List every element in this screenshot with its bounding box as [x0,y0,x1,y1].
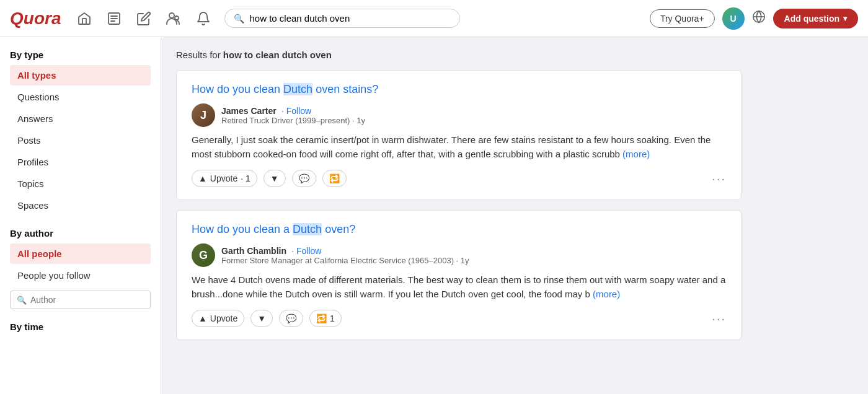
sidebar-item-all-people[interactable]: All people [10,243,151,264]
sidebar-item-answers[interactable]: Answers [10,108,151,129]
share-count-2: 1 [330,313,335,323]
sidebar-item-profiles[interactable]: Profiles [10,152,151,172]
author-avatar-2: G [192,243,215,267]
author-search-icon: 🔍 [17,296,27,305]
bell-icon[interactable] [195,10,212,27]
search-bar[interactable]: 🔍 [224,9,460,28]
author-follow-1[interactable]: · Follow [281,106,311,116]
author-avatar-1: J [192,103,215,127]
comment-icon-2: 💬 [286,313,296,323]
by-author-heading: By author [10,228,151,239]
add-question-button[interactable]: Add question ▾ [773,9,858,28]
upvote-icon-2: ▲ [198,313,207,323]
upvote-label-1: Upvote [210,173,237,183]
results-query: how to clean dutch oven [223,50,332,60]
share-icon-1: 🔁 [329,173,340,183]
downvote-icon-2: ▼ [257,313,266,323]
add-question-label: Add question [784,14,839,24]
sidebar-item-people-you-follow[interactable]: People you follow [10,265,151,286]
result-link-2[interactable]: How do you clean a Dutch oven? [192,223,355,235]
result-actions-2: ▲ Upvote ▼ 💬 🔁 1 ··· [192,310,726,327]
more-options-button-1[interactable]: ··· [712,172,726,186]
downvote-button-1[interactable]: ▼ [264,170,286,187]
edit-icon[interactable] [135,10,153,27]
avatar[interactable]: U [722,7,745,30]
by-time-heading: By time [10,322,151,332]
more-options-button-2[interactable]: ··· [712,312,726,326]
author-name-row-2: Garth Chamblin · Follow [221,245,469,256]
author-row-2: G Garth Chamblin · Follow Former Store M… [192,243,726,267]
sidebar-item-all-types[interactable]: All types [10,65,151,85]
highlight-clean: to clean [466,274,498,285]
nav-icons [76,10,212,27]
author-row-1: J James Carter · Follow Retired Truck Dr… [192,103,726,127]
comment-button-1[interactable]: 💬 [292,170,316,187]
comment-icon-1: 💬 [299,173,309,183]
downvote-icon-1: ▼ [270,173,279,183]
highlight-dutch-2: Dutch [293,223,322,235]
result-card-1: How do you clean Dutch oven stains? J Ja… [176,70,742,200]
author-info-2: Garth Chamblin · Follow Former Store Man… [221,245,469,265]
upvote-label-2: Upvote [210,313,237,323]
result-card-2: How do you clean a Dutch oven? G Garth C… [176,210,742,340]
share-button-1[interactable]: 🔁 [322,170,347,187]
upvote-button-1[interactable]: ▲ Upvote · 1 [192,170,257,187]
try-quora-button[interactable]: Try Quora+ [650,9,715,28]
chevron-down-icon: ▾ [843,14,847,23]
highlight-dutch-text-3: Dutch oven [441,289,489,299]
by-type-heading: By type [10,50,151,60]
home-icon[interactable] [76,10,93,27]
sidebar-item-posts[interactable]: Posts [10,130,151,151]
author-name-row-1: James Carter · Follow [221,105,365,116]
header-right: Try Quora+ U Add question ▾ [650,7,858,30]
result-text-1: Generally, I just soak the ceramic inser… [192,133,726,161]
header: Quora 🔍 Try Quora+ U Add question ▾ [0,0,868,37]
logo[interactable]: Quora [10,9,61,28]
spaces-icon[interactable] [165,10,182,27]
result-title-1: How do you clean Dutch oven stains? [192,83,726,96]
share-icon-2: 🔁 [316,313,327,323]
sidebar: By type All types Questions Answers Post… [0,37,161,394]
result-link-1[interactable]: How do you clean Dutch oven stains? [192,83,378,95]
search-input[interactable] [249,13,451,24]
author-search-input[interactable] [30,295,144,305]
comment-button-2[interactable]: 💬 [279,310,303,327]
svg-point-5 [175,16,179,20]
highlight-dutch-text-2: Dutch oven [285,289,332,299]
content: Results for how to clean dutch oven How … [161,37,756,394]
author-search-box[interactable]: 🔍 [10,291,151,309]
sidebar-item-topics[interactable]: Topics [10,173,151,194]
main-layout: By type All types Questions Answers Post… [0,37,868,394]
svg-point-4 [169,13,174,18]
author-info-1: James Carter · Follow Retired Truck Driv… [221,105,365,125]
upvote-button-2[interactable]: ▲ Upvote [192,310,244,327]
highlight-dutch-1: Dutch [283,83,312,95]
author-follow-2[interactable]: · Follow [291,246,321,256]
downvote-button-2[interactable]: ▼ [250,310,273,327]
result-title-2: How do you clean a Dutch oven? [192,223,726,236]
sidebar-item-questions[interactable]: Questions [10,87,151,107]
author-meta-2: Former Store Manager at California Elect… [221,256,469,265]
more-link-1[interactable]: (more) [622,149,650,159]
globe-icon[interactable] [752,10,766,27]
author-name-2: Garth Chamblin [221,246,286,256]
result-text-2: We have 4 Dutch ovens made of different … [192,273,726,301]
upvote-icon-1: ▲ [198,173,207,183]
search-icon: 🔍 [234,14,244,24]
sidebar-item-spaces[interactable]: Spaces [10,195,151,216]
results-header-text: Results for [176,50,223,60]
news-icon[interactable] [105,10,123,27]
upvote-count-1: · 1 [241,173,250,183]
author-name-1: James Carter [221,106,277,116]
more-link-2[interactable]: (more) [593,289,620,299]
highlight-dutch-text-1: Dutch [239,274,263,285]
results-header: Results for how to clean dutch oven [176,50,742,60]
author-meta-1: Retired Truck Driver (1999–present) · 1y [221,116,365,125]
share-button-2[interactable]: 🔁 1 [309,310,342,327]
result-actions-1: ▲ Upvote · 1 ▼ 💬 🔁 ··· [192,170,726,187]
